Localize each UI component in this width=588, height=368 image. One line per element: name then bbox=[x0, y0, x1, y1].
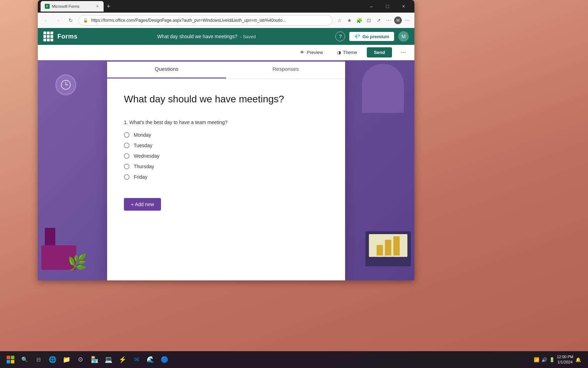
tab-responses[interactable]: Responses bbox=[226, 60, 345, 79]
radio-options-group: Monday Tuesday Wednesday Thursday bbox=[124, 132, 328, 180]
search-taskbar-icon[interactable]: 🔍 bbox=[18, 353, 31, 366]
theme-icon: ◑ bbox=[337, 50, 341, 55]
network-icon[interactable]: 📶 bbox=[534, 357, 539, 362]
question-1: 1. What's the best day to have a team me… bbox=[124, 120, 328, 180]
back-button[interactable]: ‹ bbox=[41, 15, 50, 25]
theme-button[interactable]: ◑ Theme bbox=[333, 48, 361, 57]
volume-icon[interactable]: 🔊 bbox=[541, 357, 547, 362]
clock-decoration bbox=[55, 74, 76, 95]
option-friday[interactable]: Friday bbox=[124, 174, 328, 180]
radio-circle-friday bbox=[124, 174, 130, 180]
battery-icon[interactable]: 🔋 bbox=[549, 357, 555, 362]
waffle-dot bbox=[43, 35, 46, 38]
taskbar: 🔍 ⊟ 🌐 📁 ⚙ 🏪 💻 ⚡ ✉ 🌊 🔵 📶 🔊 🔋 12:00 PM 1/1… bbox=[0, 351, 588, 368]
tab-close-button[interactable]: × bbox=[96, 3, 99, 9]
store-icon[interactable]: 🏪 bbox=[88, 353, 101, 366]
close-button[interactable]: × bbox=[396, 0, 412, 13]
form-top-accent bbox=[107, 60, 345, 62]
send-button[interactable]: Send bbox=[367, 47, 392, 57]
option-monday-label: Monday bbox=[134, 132, 151, 138]
system-tray: 📶 🔊 🔋 12:00 PM 1/1/2024 🔔 bbox=[531, 354, 584, 365]
file-explorer-icon[interactable]: 📁 bbox=[60, 353, 73, 366]
option-thursday[interactable]: Thursday bbox=[124, 164, 328, 169]
radio-circle-thursday bbox=[124, 164, 130, 169]
preview-label: Preview bbox=[307, 50, 323, 55]
theme-label: Theme bbox=[343, 50, 357, 55]
forward-button[interactable]: › bbox=[53, 15, 63, 25]
chart-bar-1 bbox=[377, 245, 383, 255]
preview-icon: 👁 bbox=[300, 50, 304, 55]
main-content-area: 🌿 Questions Respo bbox=[38, 60, 414, 280]
forms-logo: Forms bbox=[57, 33, 78, 40]
radio-circle-wednesday bbox=[124, 153, 130, 159]
title-bar: F Microsoft Forms × + – □ × bbox=[38, 0, 414, 13]
tab-title: Microsoft Forms bbox=[52, 4, 93, 8]
windows-logo bbox=[7, 356, 14, 363]
option-thursday-label: Thursday bbox=[134, 164, 154, 169]
radio-circle-monday bbox=[124, 132, 130, 138]
preview-button[interactable]: 👁 Preview bbox=[296, 48, 327, 57]
browser-taskbar-icon[interactable]: 🌊 bbox=[144, 353, 157, 366]
decorative-right bbox=[344, 60, 414, 280]
chrome-icon[interactable]: 🔵 bbox=[158, 353, 171, 366]
waffle-dot bbox=[43, 32, 46, 34]
option-friday-label: Friday bbox=[134, 174, 147, 180]
more-icon[interactable]: ⋯ bbox=[403, 16, 412, 25]
edge-icon[interactable]: 🌐 bbox=[46, 353, 59, 366]
forms-toolbar-right: ? 💎 Go premium M bbox=[335, 31, 409, 42]
bookmark-icon[interactable]: ☆ bbox=[335, 16, 344, 25]
option-monday[interactable]: Monday bbox=[124, 132, 328, 138]
extensions-icon[interactable]: 🧩 bbox=[355, 16, 363, 25]
collections-icon[interactable]: ★ bbox=[345, 16, 354, 25]
window-controls: – □ × bbox=[363, 0, 412, 13]
form-tabs: Questions Responses bbox=[107, 60, 345, 79]
user-avatar[interactable]: M bbox=[398, 31, 409, 42]
settings-icon[interactable]: ⋯ bbox=[384, 16, 393, 25]
forms-document-title[interactable]: What day should we have meetings? bbox=[157, 34, 237, 39]
form-content: What day should we have meetings? 1. Wha… bbox=[107, 79, 345, 222]
share-icon[interactable]: ↗ bbox=[374, 16, 383, 25]
tab-questions-label: Questions bbox=[155, 66, 178, 72]
more-options-button[interactable]: ··· bbox=[398, 47, 409, 58]
plant-decoration: 🌿 bbox=[68, 253, 87, 272]
system-clock[interactable]: 12:00 PM 1/1/2024 bbox=[557, 354, 573, 365]
new-tab-button[interactable]: + bbox=[104, 1, 113, 11]
option-wednesday[interactable]: Wednesday bbox=[124, 153, 328, 159]
browser-window: F Microsoft Forms × + – □ × ‹ › ↻ 🔒 http… bbox=[38, 0, 414, 280]
clock-time: 12:00 PM bbox=[557, 354, 573, 360]
waffle-dot bbox=[47, 39, 50, 41]
help-button[interactable]: ? bbox=[335, 32, 345, 41]
browser-tab[interactable]: F Microsoft Forms × bbox=[41, 1, 104, 12]
books-decoration bbox=[45, 228, 55, 245]
terminal-icon[interactable]: 💻 bbox=[102, 353, 115, 366]
forms-toolbar: Forms What day should we have meetings? … bbox=[38, 28, 414, 45]
form-container: Questions Responses What day should we h… bbox=[107, 60, 345, 280]
notifications-icon[interactable]: 🔔 bbox=[575, 357, 581, 362]
favorites-icon[interactable]: ⊡ bbox=[365, 16, 373, 25]
tab-questions[interactable]: Questions bbox=[107, 60, 226, 79]
question-1-text: What's the best day to have a team meeti… bbox=[130, 120, 228, 125]
monitor-decoration bbox=[365, 231, 411, 266]
settings-taskbar-icon[interactable]: ⚙ bbox=[74, 353, 87, 366]
radio-circle-tuesday bbox=[124, 143, 130, 148]
start-button[interactable] bbox=[4, 353, 17, 366]
maximize-button[interactable]: □ bbox=[379, 0, 396, 13]
url-bar[interactable]: 🔒 https://forms.office.com/Pages/DesignP… bbox=[78, 15, 332, 26]
option-tuesday[interactable]: Tuesday bbox=[124, 143, 328, 148]
tab-responses-label: Responses bbox=[272, 66, 299, 72]
add-new-button[interactable]: + Add new bbox=[124, 198, 161, 211]
powershell-icon[interactable]: ⚡ bbox=[116, 353, 129, 366]
form-title: What day should we have meetings? bbox=[124, 93, 328, 105]
waffle-dot bbox=[50, 32, 53, 34]
minimize-button[interactable]: – bbox=[363, 0, 379, 13]
waffle-menu-button[interactable] bbox=[43, 32, 53, 41]
clock-date: 1/1/2024 bbox=[557, 360, 573, 365]
question-1-number: 1. bbox=[124, 120, 128, 125]
go-premium-button[interactable]: 💎 Go premium bbox=[349, 32, 394, 41]
refresh-button[interactable]: ↻ bbox=[66, 15, 76, 25]
mail-icon[interactable]: ✉ bbox=[130, 353, 143, 366]
add-new-label: + Add new bbox=[131, 202, 154, 207]
task-view-icon[interactable]: ⊟ bbox=[32, 353, 45, 366]
profile-icon[interactable]: M bbox=[394, 16, 402, 24]
waffle-dot bbox=[47, 35, 50, 38]
